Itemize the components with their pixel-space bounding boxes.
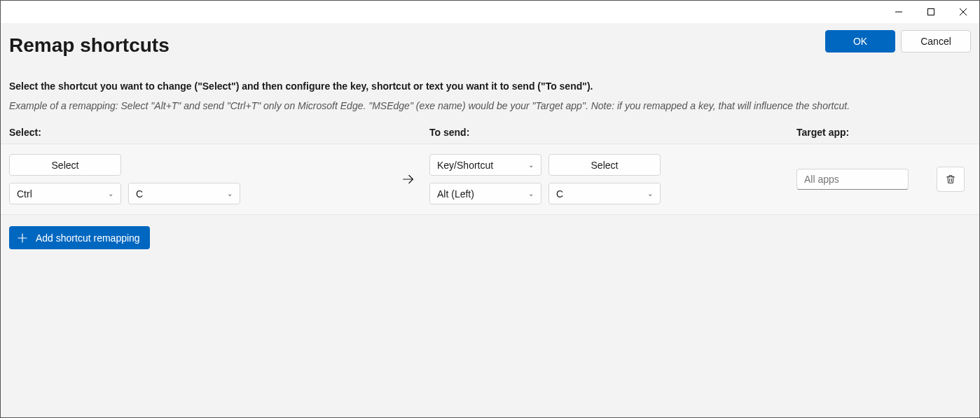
chevron-down-icon: ⌄ <box>227 190 233 197</box>
instructions: Select the shortcut you want to change (… <box>1 57 979 111</box>
arrow-separator <box>387 172 429 187</box>
target-app-input[interactable] <box>796 169 909 190</box>
chevron-down-icon: ⌄ <box>108 190 113 197</box>
instruction-main: Select the shortcut you want to change (… <box>9 81 971 92</box>
chevron-down-icon: ⌄ <box>647 190 653 197</box>
send-type-value: Key/Shortcut <box>437 160 493 171</box>
maximize-button[interactable] <box>915 1 947 23</box>
arrow-right-icon <box>401 172 416 187</box>
send-key-value: C <box>556 188 563 200</box>
window-titlebar <box>1 1 979 23</box>
column-headers: Select: To send: Target app: <box>1 111 979 144</box>
send-modifier-value: Alt (Left) <box>437 188 474 200</box>
send-select-button[interactable]: Select <box>548 154 661 176</box>
ok-button[interactable]: OK <box>825 30 895 53</box>
column-header-select: Select: <box>9 127 429 138</box>
chevron-down-icon: ⌄ <box>528 190 534 197</box>
send-key-dropdown[interactable]: C ⌄ <box>548 183 661 204</box>
cancel-button[interactable]: Cancel <box>901 30 971 53</box>
send-type-dropdown[interactable]: Key/Shortcut ⌄ <box>429 154 541 176</box>
minimize-button[interactable] <box>883 1 915 23</box>
column-header-target: Target app: <box>796 127 971 138</box>
page-title: Remap shortcuts <box>9 30 170 57</box>
select-modifier-value: Ctrl <box>17 188 32 200</box>
mapping-send-group: Key/Shortcut ⌄ Select Alt (Left) ⌄ C ⌄ <box>429 154 796 204</box>
close-icon <box>960 8 967 15</box>
chevron-down-icon: ⌄ <box>528 161 534 169</box>
delete-mapping-button[interactable] <box>937 167 965 192</box>
content-area: Remap shortcuts OK Cancel Select the sho… <box>1 23 979 417</box>
header-row: Remap shortcuts OK Cancel <box>1 23 979 57</box>
instruction-example: Example of a remapping: Select "Alt+T" a… <box>9 100 971 111</box>
svg-rect-1 <box>928 9 934 15</box>
add-shortcut-button[interactable]: Add shortcut remapping <box>9 226 150 249</box>
mapping-target-group <box>796 167 971 192</box>
send-modifier-dropdown[interactable]: Alt (Left) ⌄ <box>429 183 541 204</box>
add-shortcut-label: Add shortcut remapping <box>36 232 140 244</box>
close-button[interactable] <box>947 1 979 23</box>
select-key-dropdown[interactable]: C ⌄ <box>128 183 240 204</box>
dialog-buttons: OK Cancel <box>825 30 971 53</box>
mapping-row: Select Ctrl ⌄ C ⌄ Key/Shortcut <box>1 144 979 215</box>
column-header-tosend: To send: <box>429 127 796 138</box>
trash-icon <box>945 174 956 185</box>
select-key-value: C <box>136 188 143 200</box>
minimize-icon <box>895 8 902 15</box>
select-modifier-dropdown[interactable]: Ctrl ⌄ <box>9 183 121 204</box>
plus-icon <box>16 232 29 244</box>
maximize-icon <box>927 8 934 15</box>
mapping-select-group: Select Ctrl ⌄ C ⌄ <box>9 154 387 204</box>
select-shortcut-button[interactable]: Select <box>9 154 121 176</box>
